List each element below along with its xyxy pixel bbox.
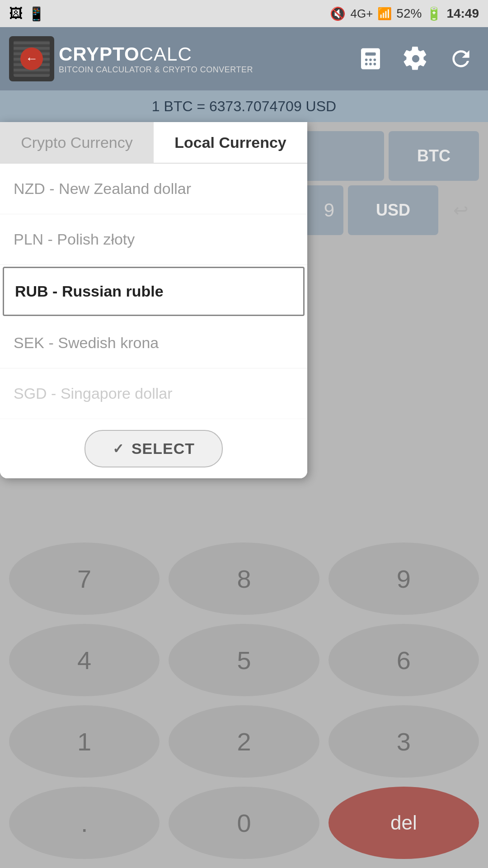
currency-item-sgd[interactable]: SGD - Singapore dollar bbox=[0, 368, 307, 419]
mute-icon: 🔇 bbox=[330, 6, 346, 21]
settings-button[interactable] bbox=[398, 41, 434, 77]
currency-sek-text: SEK - Swedish krona bbox=[14, 334, 159, 351]
checkmark-icon: ✓ bbox=[113, 441, 124, 457]
gear-icon bbox=[403, 46, 428, 71]
svg-point-2 bbox=[365, 59, 368, 61]
calculator-icon bbox=[358, 46, 383, 71]
logo-arrow-icon: ← bbox=[20, 47, 43, 70]
svg-point-3 bbox=[369, 59, 372, 61]
network-label: 4G+ bbox=[350, 7, 373, 21]
status-icons-left: 🖼 📱 bbox=[9, 6, 45, 22]
currency-tabs: Crypto Currency Local Currency bbox=[0, 122, 307, 164]
currency-nzd-text: NZD - New Zealand dollar bbox=[14, 180, 191, 197]
app-subtitle: BITCOIN CALCULATOR & CRYPTO CONVERTER bbox=[59, 65, 253, 75]
svg-point-5 bbox=[365, 63, 368, 66]
app-name-light: CALC bbox=[140, 43, 192, 65]
calculator-button[interactable] bbox=[352, 41, 389, 77]
battery-icon: 🔋 bbox=[426, 6, 442, 21]
main-content: BTC 9 USD ↩ 7 8 9 4 5 6 1 2 3 . 0 del Cr… bbox=[0, 122, 488, 868]
refresh-icon bbox=[448, 46, 474, 71]
time-display: 14:49 bbox=[446, 6, 479, 21]
price-bar: 1 BTC = 6373.7074709 USD bbox=[0, 90, 488, 122]
refresh-button[interactable] bbox=[443, 41, 479, 77]
btc-price-text: 1 BTC = 6373.7074709 USD bbox=[152, 98, 336, 115]
app-title: CRYPTOCALC BITCOIN CALCULATOR & CRYPTO C… bbox=[59, 43, 253, 75]
currency-picker-card: Crypto Currency Local Currency NZD - New… bbox=[0, 122, 307, 478]
logo-box: ← bbox=[9, 36, 54, 81]
app-name: CRYPTOCALC bbox=[59, 43, 253, 65]
select-label: SELECT bbox=[131, 440, 195, 458]
currency-sgd-text: SGD - Singapore dollar bbox=[14, 385, 173, 402]
currency-item-sek[interactable]: SEK - Swedish krona bbox=[0, 318, 307, 368]
svg-point-6 bbox=[369, 63, 372, 66]
select-button[interactable]: ✓ SELECT bbox=[84, 430, 223, 467]
currency-rub-text: RUB - Russian ruble bbox=[15, 283, 164, 300]
tab-local-label: Local Currency bbox=[174, 134, 286, 151]
signal-icon: 📶 bbox=[377, 7, 392, 21]
status-icons-right: 🔇 4G+ 📶 52% 🔋 14:49 bbox=[330, 6, 479, 21]
app-header: ← CRYPTOCALC BITCOIN CALCULATOR & CRYPTO… bbox=[0, 27, 488, 90]
app-logo: ← CRYPTOCALC BITCOIN CALCULATOR & CRYPTO… bbox=[9, 36, 253, 81]
currency-item-rub[interactable]: RUB - Russian ruble bbox=[3, 267, 305, 316]
logo-inner: ← bbox=[14, 41, 50, 77]
currency-item-nzd[interactable]: NZD - New Zealand dollar bbox=[0, 164, 307, 214]
header-icons bbox=[352, 41, 479, 77]
svg-point-4 bbox=[374, 59, 376, 61]
tab-local-currency[interactable]: Local Currency bbox=[154, 122, 307, 163]
svg-rect-1 bbox=[365, 52, 375, 56]
tab-crypto-currency[interactable]: Crypto Currency bbox=[0, 122, 154, 163]
currency-pln-text: PLN - Polish złoty bbox=[14, 231, 135, 248]
battery-label: 52% bbox=[396, 6, 422, 21]
app-name-bold: CRYPTO bbox=[59, 43, 140, 65]
svg-point-7 bbox=[374, 63, 376, 66]
select-area: ✓ SELECT bbox=[0, 419, 307, 478]
currency-list: NZD - New Zealand dollar PLN - Polish zł… bbox=[0, 164, 307, 419]
phone-icon: 📱 bbox=[28, 6, 45, 22]
status-bar: 🖼 📱 🔇 4G+ 📶 52% 🔋 14:49 bbox=[0, 0, 488, 27]
currency-item-pln[interactable]: PLN - Polish złoty bbox=[0, 214, 307, 265]
image-icon: 🖼 bbox=[9, 6, 23, 21]
tab-crypto-label: Crypto Currency bbox=[21, 134, 133, 151]
